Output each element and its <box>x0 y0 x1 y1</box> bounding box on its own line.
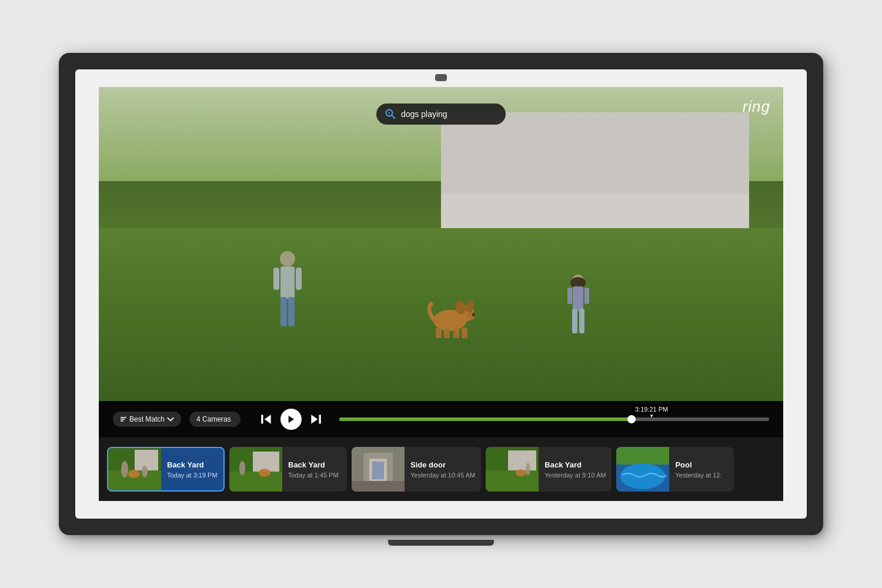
svg-rect-22 <box>462 328 467 338</box>
thumb-scene-2 <box>229 447 282 492</box>
svg-rect-8 <box>573 286 583 311</box>
svg-rect-46 <box>352 481 405 492</box>
svg-point-35 <box>142 466 148 477</box>
camera-dot <box>435 74 447 81</box>
skip-prev-icon <box>260 413 273 426</box>
bottom-controls: Best Match 4 Cameras <box>99 401 783 501</box>
sort-icon <box>120 416 127 423</box>
svg-rect-1 <box>280 266 295 299</box>
svg-point-41 <box>259 469 270 477</box>
tv-bezel: dogs playing ring Best Match <box>75 69 807 519</box>
thumb-title-3: Side door <box>410 460 475 469</box>
cameras-button[interactable]: 4 Cameras <box>189 412 240 427</box>
thumbnail-item-1[interactable]: Back Yard Today at 3:19 PM <box>107 447 225 492</box>
svg-point-25 <box>388 112 390 114</box>
svg-rect-12 <box>584 288 589 304</box>
thumbnail-info-2: Back Yard Today at 1:45 PM <box>282 460 347 479</box>
svg-rect-11 <box>567 288 572 304</box>
svg-rect-20 <box>444 329 450 338</box>
thumbnail-image-1 <box>108 447 161 492</box>
thumb-scene-1 <box>108 447 161 492</box>
svg-rect-45 <box>372 462 384 479</box>
timeline-wrapper[interactable]: 3:19:21 PM <box>339 417 769 421</box>
next-button[interactable] <box>308 411 324 427</box>
thumb-time-5: Yesterday at 12: <box>675 472 728 479</box>
thumb-time-3: Yesterday at 10:45 AM <box>410 472 475 479</box>
svg-point-51 <box>526 463 530 476</box>
thumb-time-4: Yesterday at 9:10 AM <box>544 472 606 479</box>
ring-logo: ring <box>743 98 770 116</box>
svg-rect-29 <box>261 415 263 423</box>
thumbnail-item-4[interactable]: Back Yard Yesterday at 9:10 AM <box>486 447 612 492</box>
figure-dog <box>427 297 475 338</box>
thumb-scene-4 <box>486 447 539 492</box>
svg-rect-4 <box>273 268 279 290</box>
cameras-label: 4 Cameras <box>196 415 231 423</box>
video-area: dogs playing ring <box>99 87 783 401</box>
thumbnail-image-5 <box>616 447 669 492</box>
svg-rect-49 <box>486 470 539 492</box>
thumb-scene-3 <box>352 447 405 492</box>
thumb-time-2: Today at 1:45 PM <box>288 472 341 479</box>
svg-rect-30 <box>319 415 320 423</box>
svg-point-50 <box>516 469 526 476</box>
svg-point-36 <box>128 470 140 478</box>
playback-bar: Best Match 4 Cameras <box>99 401 783 437</box>
sort-button[interactable]: Best Match <box>113 412 181 427</box>
svg-rect-9 <box>572 309 577 333</box>
svg-point-0 <box>280 251 295 266</box>
play-button[interactable] <box>280 409 302 430</box>
thumbnail-info-3: Side door Yesterday at 10:45 AM <box>405 460 481 479</box>
sort-label: Best Match <box>129 415 165 423</box>
sort-chevron-icon <box>167 416 174 423</box>
thumbnail-image-4 <box>486 447 539 492</box>
svg-rect-5 <box>296 268 302 290</box>
thumb-title-2: Back Yard <box>288 460 341 469</box>
play-icon <box>287 415 295 423</box>
thumb-scene-5 <box>616 447 669 492</box>
search-query-text: dogs playing <box>401 109 447 119</box>
thumbnail-item-2[interactable]: Back Yard Today at 1:45 PM <box>229 447 347 492</box>
thumb-time-1: Today at 3:19 PM <box>167 472 218 479</box>
thumbnail-info-1: Back Yard Today at 3:19 PM <box>161 460 223 479</box>
thumbnail-info-4: Back Yard Yesterday at 9:10 AM <box>539 460 612 479</box>
prev-button[interactable] <box>258 411 275 427</box>
thumb-title-1: Back Yard <box>167 460 218 469</box>
timeline-thumb[interactable] <box>627 415 636 423</box>
svg-rect-3 <box>288 297 295 326</box>
timeline-track[interactable] <box>339 417 769 421</box>
tv-frame: dogs playing ring Best Match <box>59 53 823 535</box>
svg-rect-2 <box>280 297 287 326</box>
skip-next-icon <box>309 413 322 426</box>
thumbnail-item-5[interactable]: Pool Yesterday at 12: <box>616 447 734 492</box>
svg-rect-53 <box>616 447 669 465</box>
figure-girl <box>565 273 592 338</box>
thumbnail-image-3 <box>352 447 405 492</box>
thumbnail-info-5: Pool Yesterday at 12: <box>669 460 734 479</box>
svg-rect-19 <box>436 328 442 338</box>
search-bar[interactable]: dogs playing <box>376 103 506 125</box>
playback-controls <box>258 409 324 430</box>
timeline-progress <box>339 417 632 421</box>
svg-point-40 <box>239 461 245 475</box>
current-time-label: 3:19:21 PM <box>632 405 671 414</box>
thumbnail-item-3[interactable]: Side door Yesterday at 10:45 AM <box>352 447 481 492</box>
svg-rect-21 <box>453 329 459 338</box>
thumb-title-5: Pool <box>675 460 728 469</box>
thumbnails-strip: Back Yard Today at 3:19 PM <box>99 437 783 501</box>
thumb-title-4: Back Yard <box>544 460 606 469</box>
thumbnail-image-2 <box>229 447 282 492</box>
search-icon <box>385 108 396 120</box>
svg-line-24 <box>392 115 395 118</box>
svg-rect-39 <box>229 472 282 492</box>
figure-man <box>270 250 305 332</box>
svg-rect-10 <box>579 309 584 333</box>
screen-content: dogs playing ring Best Match <box>99 87 783 501</box>
svg-point-34 <box>121 461 128 477</box>
